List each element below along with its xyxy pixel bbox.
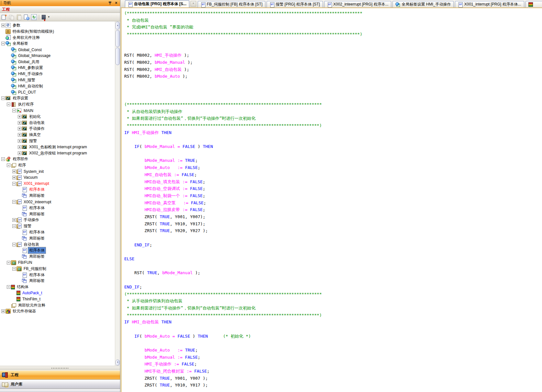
tree-item[interactable]: 手动操作	[0, 217, 115, 223]
tree-item[interactable]: 程序部件	[0, 156, 115, 162]
copy-icon[interactable]	[9, 14, 15, 20]
tree-item[interactable]: 报警	[0, 138, 115, 144]
tree-item[interactable]: 程序本体	[0, 187, 115, 193]
collapse-icon[interactable]	[1, 42, 5, 45]
tree-item[interactable]: X001_interrupt	[0, 181, 115, 187]
tree-item[interactable]: PLC_OUT	[0, 89, 115, 95]
collapse-icon[interactable]	[1, 157, 5, 161]
tree-item[interactable]: 手动操作	[0, 126, 115, 132]
tree-item[interactable]: 局部软元件注释	[0, 302, 115, 308]
tree-item[interactable]: 软元件存储器	[0, 308, 115, 314]
properties-icon[interactable]	[24, 14, 29, 20]
tree-item[interactable]: Vacuum	[0, 174, 115, 181]
tree-item[interactable]: 自动包装	[0, 120, 115, 126]
tree-item[interactable]: 程序本体	[0, 272, 115, 278]
editor-tab[interactable]: FB_伺服控制 [FB] 程序本体 [ST]	[198, 1, 265, 7]
tree-item[interactable]: 局部标签	[0, 193, 115, 199]
expand-icon[interactable]	[18, 115, 21, 118]
editor-tab[interactable]: 报警 [PRG] 程序本体 [ST]	[267, 1, 323, 7]
expand-icon[interactable]	[18, 145, 21, 149]
collapse-icon[interactable]	[7, 103, 10, 106]
collapse-icon[interactable]	[7, 163, 10, 167]
expand-icon[interactable]	[1, 309, 5, 313]
editor-tab[interactable]	[525, 1, 542, 7]
tree-item[interactable]: 抽真空	[0, 132, 115, 138]
tree-item[interactable]: 程序本体	[0, 205, 115, 211]
collapse-icon[interactable]	[7, 285, 10, 289]
new-item-icon[interactable]	[1, 14, 7, 20]
collapse-icon[interactable]	[1, 96, 5, 100]
tree-item[interactable]: 程序本体	[0, 247, 115, 253]
tree-item[interactable]: X002_inteerrupt	[0, 199, 115, 205]
tree-item[interactable]: 局部标签	[0, 211, 115, 217]
tree-item[interactable]: 程序本体	[0, 229, 115, 235]
panel-splitter[interactable]	[0, 366, 120, 370]
tree-item[interactable]: X001_色标检测 Interrupt program	[0, 144, 115, 150]
scroll-down-icon[interactable]: ▼	[116, 360, 120, 365]
tree-item[interactable]: MAIN	[0, 107, 115, 114]
tree-item[interactable]: 初始化	[0, 114, 115, 120]
tree-item[interactable]: HMI_自动控制	[0, 83, 115, 89]
tree-item[interactable]: ThinFilm_t	[0, 296, 115, 302]
tree-item[interactable]: 局部标签	[0, 253, 115, 260]
editor-tab[interactable]: 自动包装 [PRG] 程序本体 [S...	[125, 0, 189, 7]
tree-item[interactable]: Global_Mmassage	[0, 53, 115, 59]
collapse-icon[interactable]	[12, 224, 16, 228]
refresh-icon[interactable]	[31, 14, 37, 20]
collapse-icon[interactable]	[12, 200, 16, 204]
editor-tab[interactable]: X002_inteerrupt [PRG] 程序本...	[324, 1, 392, 7]
tree-item[interactable]: 执行程序	[0, 101, 115, 107]
tree-item[interactable]: 程序	[0, 162, 115, 168]
expand-icon[interactable]	[12, 176, 16, 179]
tree-item[interactable]: 报警	[0, 223, 115, 229]
pin-icon[interactable]	[108, 1, 112, 5]
tree-item[interactable]: 全局软元件注释	[0, 35, 115, 41]
tree-item[interactable]: System_init	[0, 168, 115, 174]
expand-icon[interactable]	[12, 170, 16, 173]
editor-tab[interactable]: X001_interrupt [PRG] 程序本体...	[455, 1, 524, 7]
code-editor[interactable]: (***************************************…	[121, 8, 542, 392]
scroll-up-icon[interactable]: ▲	[116, 22, 120, 29]
collapse-icon[interactable]	[12, 267, 16, 271]
close-tab-icon[interactable]: ×	[191, 1, 196, 6]
project-tree[interactable]: 参数特殊模块(智能功能模块)全局软元件注释全局标签Global_ConstGlo…	[0, 21, 115, 366]
expand-icon[interactable]	[18, 151, 21, 155]
expand-icon[interactable]	[18, 121, 21, 125]
tree-item[interactable]: 局部标签	[0, 278, 115, 284]
tree-item[interactable]: X002_急停按钮 Interrupt program	[0, 150, 115, 156]
project-view-button[interactable]: 工程	[0, 370, 120, 380]
collapse-icon[interactable]	[7, 261, 10, 264]
collapse-icon[interactable]	[12, 109, 16, 112]
tree-item[interactable]: HMI_手动操作	[0, 71, 115, 77]
tree-item[interactable]: 程序设置	[0, 95, 115, 102]
tree-item[interactable]: 局部标签	[0, 235, 115, 241]
code-line: RST( M8002, HMI_手动操作 );	[124, 52, 542, 59]
tree-item[interactable]: AutoPack_t	[0, 290, 115, 296]
editor-tab[interactable]: 全局标签设置 HMI_手动操作	[393, 1, 454, 7]
tree-item[interactable]: Global_共用	[0, 59, 115, 65]
expand-icon[interactable]	[1, 24, 5, 27]
expand-icon[interactable]	[18, 139, 21, 143]
tree-item[interactable]: 特殊模块(智能功能模块)	[0, 28, 115, 35]
tree-item[interactable]: Global_Const	[0, 47, 115, 53]
tree-item[interactable]: 结构体	[0, 284, 115, 290]
tree-item[interactable]: FB_伺服控制	[0, 266, 115, 272]
paste-icon[interactable]	[16, 14, 22, 20]
scrollbar-thumb[interactable]	[116, 30, 120, 47]
close-icon[interactable]: ×	[114, 1, 118, 6]
collapse-icon[interactable]	[12, 243, 16, 246]
expand-icon[interactable]	[12, 218, 16, 222]
user-library-button[interactable]: 用户库	[0, 380, 120, 389]
sort-filter-icon[interactable]	[41, 14, 50, 20]
tree-item[interactable]: HMI_参数设置	[0, 65, 115, 71]
expand-icon[interactable]	[18, 133, 21, 137]
tree-scrollbar[interactable]: ▲ ▼	[115, 21, 120, 366]
tree-item[interactable]: HMI_报警	[0, 77, 115, 83]
tree-item[interactable]: 参数	[0, 22, 115, 28]
tree-item[interactable]: 自动包装	[0, 241, 115, 248]
collapse-icon[interactable]	[12, 182, 16, 185]
expand-icon[interactable]	[18, 127, 21, 130]
tree-item[interactable]: FB/FUN	[0, 260, 115, 266]
tree-item[interactable]: 全局标签	[0, 40, 115, 47]
scrollbar-thumb-lower[interactable]	[116, 48, 120, 65]
